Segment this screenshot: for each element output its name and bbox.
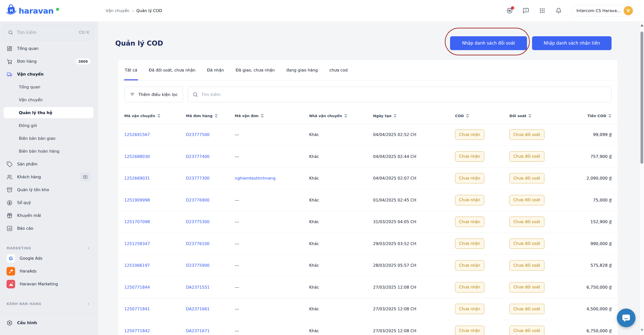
gift-icon xyxy=(7,213,13,219)
sidebar-item-khuyen-mai[interactable]: Khuyến mãi xyxy=(4,210,94,221)
scrollbar-down-arrow[interactable] xyxy=(640,329,643,331)
order-code-link[interactable]: D23777500 xyxy=(186,132,210,137)
tracking-code-cell[interactable]: nghiemtesttinhnang xyxy=(235,176,275,181)
tab-da-giao-chua-nhan[interactable]: Đã giao, chưa nhận xyxy=(235,60,275,80)
import-reconcile-list-button[interactable]: Nhập danh sách đối soát xyxy=(450,36,527,50)
tab-tat-ca[interactable]: Tất cả xyxy=(125,60,137,80)
table-row: 1252669031 D23777300 nghiemtesttinhnang … xyxy=(118,168,618,189)
sidebar-item-san-pham[interactable]: Sản phẩm xyxy=(4,158,94,170)
column-header-tien-cod[interactable]: Tiền COD xyxy=(562,114,612,118)
shipping-code-link[interactable]: 1251909998 xyxy=(124,198,150,203)
account-menu[interactable]: Intercom CS Harava... V xyxy=(572,5,635,17)
sidebar-item-so-quy[interactable]: Sổ quỹ xyxy=(4,197,94,208)
sidebar-item-label: Google Ads xyxy=(20,256,43,261)
order-code-link[interactable]: D23776100 xyxy=(186,241,210,246)
sidebar-item-van-chuyen[interactable]: Vận chuyển xyxy=(4,69,94,80)
created-date-cell: 29/03/2025 03:52 CH xyxy=(373,241,455,246)
cod-status-badge: Chưa nhận xyxy=(455,195,484,205)
sidebar-item-don-hang[interactable]: Đơn hàng 3809 xyxy=(4,56,94,67)
chat-bubble-icon xyxy=(621,313,631,323)
tracking-code-cell: --- xyxy=(235,132,239,137)
vertical-scrollbar xyxy=(639,22,644,335)
order-code-link[interactable]: D23776900 xyxy=(186,198,210,203)
order-code-link[interactable]: D23777400 xyxy=(186,154,210,159)
status-tabs: Tất cả Đã đối soát, chưa nhận Đã nhận Đã… xyxy=(118,60,618,81)
sidebar-item-khach-hang[interactable]: Khách hàng xyxy=(4,171,94,183)
chat-launcher-button[interactable] xyxy=(617,309,635,327)
order-code-link[interactable]: DA2371671 xyxy=(186,328,210,333)
cod-table-card: Tất cả Đã đối soát, chưa nhận Đã nhận Đã… xyxy=(118,60,618,335)
sidebar-item-bien-ban-hoan-hang[interactable]: Biên bản hoàn hàng xyxy=(4,146,94,157)
order-code-link[interactable]: D23777300 xyxy=(186,176,210,181)
sidebar-item-google-ads[interactable]: G Google Ads xyxy=(4,253,94,264)
sidebar-item-dong-goi[interactable]: Đóng gói xyxy=(4,120,94,131)
shipping-code-link[interactable]: 1250771842 xyxy=(124,328,150,333)
tab-dang-giao-hang[interactable]: đang giao hàng xyxy=(286,60,318,80)
notifications-bell-icon[interactable] xyxy=(555,7,562,14)
order-code-link[interactable]: DA2371551 xyxy=(186,285,210,290)
tab-da-nhan[interactable]: Đã nhận xyxy=(207,60,224,80)
sort-icon xyxy=(261,114,264,118)
column-header-ma-van-don[interactable]: Mã vận đơn xyxy=(235,114,309,118)
scrollbar-up-arrow[interactable] xyxy=(640,24,643,26)
cod-status-badge: Chưa nhận xyxy=(455,326,484,335)
sidebar-section-sales-channels[interactable]: KÊNH BÁN HÀNG xyxy=(4,300,94,308)
scrollbar-thumb[interactable] xyxy=(640,31,643,164)
tab-da-doi-soat-chua-nhan[interactable]: Đã đối soát, chưa nhận xyxy=(149,60,195,80)
column-header-ma-van-chuyen[interactable]: Mã vận chuyển xyxy=(124,114,186,118)
order-code-link[interactable]: D23775900 xyxy=(186,263,210,268)
open-in-panel-icon[interactable] xyxy=(80,173,91,181)
import-received-list-button[interactable]: Nhập danh sách nhận tiền xyxy=(532,36,612,50)
sidebar-item-label: Tổng quan xyxy=(17,46,38,51)
account-name: Intercom CS Harava... xyxy=(576,8,621,13)
column-header-ma-don-hang[interactable]: Mã đơn hàng xyxy=(186,114,235,118)
sidebar-search[interactable]: Ctrl K xyxy=(4,25,94,40)
breadcrumb-parent[interactable]: Vận chuyển xyxy=(106,8,130,13)
add-filter-label: Thêm điều kiện lọc xyxy=(138,92,178,97)
tracking-code-cell: --- xyxy=(235,307,239,311)
column-header-doi-soat[interactable]: Đối soát xyxy=(509,114,562,118)
sidebar-item-haraads[interactable]: HaraAds xyxy=(4,265,94,277)
shipping-code-link[interactable]: 1251707098 xyxy=(124,219,150,224)
feedback-icon[interactable] xyxy=(522,7,529,14)
tracking-code-cell: --- xyxy=(235,219,239,224)
chevron-right-icon xyxy=(86,302,91,306)
sidebar-section-marketing[interactable]: MARKETING xyxy=(4,244,94,252)
order-code-link[interactable]: DA2371661 xyxy=(186,307,210,311)
sidebar-item-quan-ly-thu-ho[interactable]: Quản lý thu hộ xyxy=(4,107,94,118)
sidebar-item-label: Đóng gói xyxy=(19,123,37,128)
sidebar-item-label: Sản phẩm xyxy=(17,162,37,166)
sidebar-item-bien-ban-ban-giao[interactable]: Biên bản bàn giao xyxy=(4,133,94,144)
sync-status-icon[interactable] xyxy=(506,7,513,14)
sidebar-item-haravan-marketing[interactable]: Haravan Marketing xyxy=(4,278,94,290)
column-header-nha-van-chuyen[interactable]: Nhà vận chuyển xyxy=(309,114,373,118)
sidebar-item-bao-cao[interactable]: Báo cáo xyxy=(4,223,94,234)
shipping-code-link[interactable]: 1252669031 xyxy=(124,176,150,181)
shipping-code-link[interactable]: 1250771844 xyxy=(124,285,150,290)
shipping-code-link[interactable]: 1252691567 xyxy=(124,132,150,137)
column-header-ngay-tao[interactable]: Ngày tạo xyxy=(373,114,455,118)
sidebar-item-van-chuyen-sub[interactable]: Vận chuyển xyxy=(4,94,94,106)
table-search[interactable] xyxy=(188,87,612,102)
shipping-code-link[interactable]: 1251258347 xyxy=(124,241,150,246)
sidebar-item-label: Báo cáo xyxy=(17,226,33,231)
table-search-input[interactable] xyxy=(202,92,607,97)
shipping-code-link[interactable]: 1252688030 xyxy=(124,154,150,159)
brand-logo[interactable]: H haravan xyxy=(0,4,98,18)
sidebar-item-tong-quan[interactable]: Tổng quan xyxy=(4,43,94,54)
sidebar-item-tong-quan-sub[interactable]: Tổng quan xyxy=(4,81,94,93)
topbar: H haravan Vận chuyển › Quản lý COD xyxy=(0,0,644,22)
shipping-code-link[interactable]: 1251066197 xyxy=(124,263,150,268)
shipping-code-link[interactable]: 1250771841 xyxy=(124,307,150,311)
apps-grid-icon[interactable] xyxy=(539,7,546,14)
sidebar-search-input[interactable] xyxy=(17,30,75,35)
column-header-cod[interactable]: COD xyxy=(455,114,509,118)
cod-status-badge: Chưa nhận xyxy=(455,151,484,162)
table-row: 1251066197 D23775900 --- Khác 28/03/2025… xyxy=(118,255,618,277)
sidebar-item-quan-ly-ton-kho[interactable]: Quản lý tồn kho xyxy=(4,184,94,195)
order-code-link[interactable]: D23775300 xyxy=(186,219,210,224)
tab-chua-cod[interactable]: chưa cod xyxy=(329,60,348,80)
add-filter-button[interactable]: Thêm điều kiện lọc xyxy=(124,87,183,102)
chevron-right-icon xyxy=(86,246,91,250)
sidebar-item-cau-hinh[interactable]: Cấu hình xyxy=(4,317,94,328)
